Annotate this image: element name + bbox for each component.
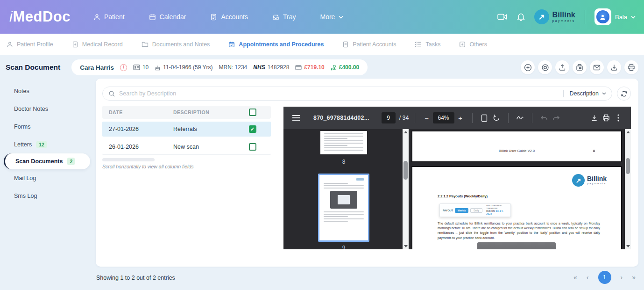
column-header-date: DATE	[102, 109, 173, 115]
annotate-button[interactable]	[514, 112, 526, 124]
search-filter-dropdown[interactable]: Description	[569, 90, 606, 97]
video-call-icon[interactable]	[497, 13, 508, 21]
nav-accounts[interactable]: Accounts	[210, 13, 248, 21]
table-row[interactable]: 26-01-2026 New scan	[102, 139, 271, 154]
sidebar-item-sms-log[interactable]: Sms Log	[0, 187, 96, 205]
email-icon	[593, 65, 601, 71]
scroll-down-icon[interactable]	[403, 243, 409, 249]
download-button[interactable]	[607, 60, 621, 74]
pdf-page-input[interactable]: 9	[382, 112, 396, 123]
download-icon	[591, 115, 598, 122]
pagination-page-1[interactable]: 1	[598, 271, 611, 284]
pdf-zoom-level[interactable]: 64%	[433, 112, 454, 123]
undo-button[interactable]	[538, 112, 550, 124]
pdf-menu-button[interactable]	[290, 112, 302, 124]
fax-icon	[576, 64, 583, 71]
thumbnail-page-9-selected[interactable]	[318, 174, 369, 242]
chevron-down-icon	[339, 15, 343, 19]
upload-button[interactable]	[555, 60, 569, 74]
tab-tasks[interactable]: Tasks	[415, 41, 440, 48]
print-button[interactable]	[624, 60, 638, 74]
tab-appointments-procedures[interactable]: Appointments and Procedures	[228, 41, 324, 48]
download-icon	[610, 64, 618, 71]
entries-summary: Showing 1 to 2 out of 2 entries	[96, 275, 175, 281]
pdf-print-button[interactable]	[600, 112, 612, 124]
billink-name: Billink	[552, 11, 575, 19]
scroll-up-icon[interactable]	[403, 129, 409, 135]
nav-calendar[interactable]: Calendar	[149, 13, 186, 21]
tab-medical-record[interactable]: Medical Record	[72, 41, 123, 48]
user-menu[interactable]: Bala	[594, 8, 636, 25]
tab-patient-profile[interactable]: Patient Profile	[7, 41, 53, 48]
sidebar-item-mail-log[interactable]: Mail Log	[0, 169, 96, 187]
rotate-button[interactable]	[490, 112, 502, 124]
toggle-daily: Daily	[470, 208, 482, 213]
cell-date: 26-01-2026	[102, 144, 173, 150]
add-button[interactable]	[521, 60, 535, 74]
patient-mrn: MRN: 1234	[219, 64, 248, 71]
zoom-out-button[interactable]: −	[421, 112, 433, 124]
sidebar-item-scan-documents[interactable]: Scan Documents 2	[4, 153, 90, 169]
refresh-button[interactable]	[617, 87, 631, 101]
sidebar-item-forms[interactable]: Forms	[0, 118, 96, 136]
thumbnail-page-8[interactable]	[320, 131, 367, 154]
billink-logo[interactable]: ↗ Billink payments	[534, 9, 575, 24]
select-all-checkbox[interactable]	[249, 109, 256, 116]
redo-button[interactable]	[550, 112, 562, 124]
email-button[interactable]	[590, 60, 604, 74]
scroll-up-icon[interactable]	[625, 129, 631, 135]
tab-patient-accounts[interactable]: Patient Accounts	[342, 41, 396, 48]
pdf-more-button[interactable]	[612, 112, 624, 124]
tab-documents-notes[interactable]: Documents and Notes	[142, 41, 210, 48]
zoom-in-button[interactable]: +	[454, 112, 467, 124]
nav-label: Calendar	[160, 13, 186, 21]
doc-page-number: 8	[593, 149, 595, 153]
notifications-bell-icon[interactable]	[517, 13, 525, 21]
nav-label: Tray	[283, 13, 296, 21]
fit-page-button[interactable]	[478, 112, 490, 124]
kebab-menu-icon	[617, 114, 619, 122]
transfer-label: NEXT PAYMENT TRANSFER	[486, 204, 508, 210]
scan-documents-count-badge: 2	[67, 158, 75, 165]
app-logo[interactable]: iiMedDocMedDoc	[9, 8, 93, 25]
sidebar-item-letters[interactable]: Letters 12	[0, 136, 96, 153]
horizontal-scrollbar[interactable]	[102, 158, 155, 161]
thumbnail-label-9: 9	[318, 245, 369, 249]
pagination-prev[interactable]: ‹	[587, 274, 589, 281]
pagination-last[interactable]: »	[632, 274, 636, 281]
nav-tray[interactable]: Tray	[272, 13, 296, 21]
thumbnail-label-8: 8	[320, 159, 367, 165]
scroll-down-icon[interactable]	[625, 243, 631, 249]
thumbnail-scrollbar[interactable]	[403, 129, 409, 249]
scrollbar-thumb[interactable]	[403, 161, 408, 180]
search-input[interactable]	[119, 90, 563, 97]
pdf-page-view[interactable]: Billink User Guide V2.0 8 ↗ Billink paym…	[409, 129, 625, 249]
sidebar-item-notes[interactable]: Notes	[0, 82, 96, 100]
print-icon	[602, 114, 610, 122]
tab-others[interactable]: Others	[459, 41, 487, 48]
pagination-next[interactable]: ›	[621, 274, 623, 281]
row-checkbox[interactable]	[249, 143, 256, 151]
nav-patient[interactable]: Patient	[93, 13, 125, 21]
divider	[532, 113, 532, 123]
alert-icon[interactable]: !	[120, 64, 127, 71]
redo-icon	[552, 115, 560, 121]
top-menu: Patient Calendar Accounts Tray More	[93, 13, 343, 21]
patient-tabs: Patient Profile Medical Record Documents…	[0, 34, 644, 55]
toggle-weekly: Weekly	[455, 208, 468, 213]
nav-more[interactable]: More	[320, 13, 344, 21]
row-checkbox[interactable]: ✓	[249, 125, 256, 133]
patient-dob: 11-04-1966 (59 Yrs)	[155, 64, 212, 71]
page-view-scrollbar[interactable]	[625, 129, 631, 249]
divider	[472, 113, 473, 123]
table-row[interactable]: 27-01-2026 Referrals ✓	[102, 122, 271, 137]
view-button[interactable]	[538, 60, 552, 74]
pdf-download-button[interactable]	[588, 112, 600, 124]
scrollbar-thumb[interactable]	[626, 158, 630, 174]
scroll-hint: Scroll horizontally to view all column f…	[102, 164, 271, 169]
accounts-icon	[210, 14, 217, 21]
search-row: Description	[102, 87, 632, 101]
fax-button[interactable]	[573, 60, 587, 74]
sidebar-item-doctor-notes[interactable]: Doctor Notes	[0, 100, 96, 118]
pagination-first[interactable]: «	[573, 274, 577, 281]
